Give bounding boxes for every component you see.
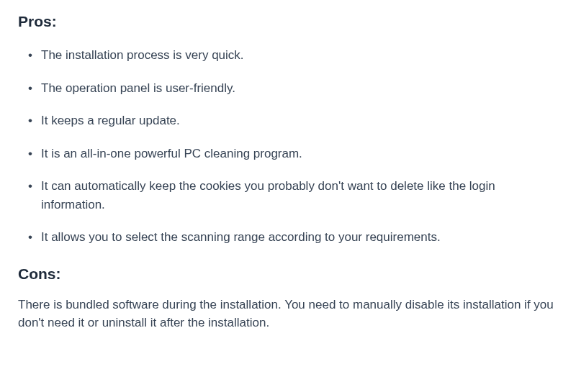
- list-item: It keeps a regular update.: [41, 111, 558, 130]
- pros-list: The installation process is very quick. …: [18, 46, 558, 247]
- cons-text: There is bundled software during the ins…: [18, 296, 558, 332]
- cons-heading: Cons:: [18, 265, 558, 283]
- list-item: The operation panel is user-friendly.: [41, 79, 558, 98]
- list-item: It allows you to select the scanning ran…: [41, 228, 558, 247]
- list-item: It is an all-in-one powerful PC cleaning…: [41, 145, 558, 163]
- list-item: It can automatically keep the cookies yo…: [41, 177, 558, 214]
- pros-heading: Pros:: [18, 13, 558, 30]
- list-item: The installation process is very quick.: [41, 46, 558, 65]
